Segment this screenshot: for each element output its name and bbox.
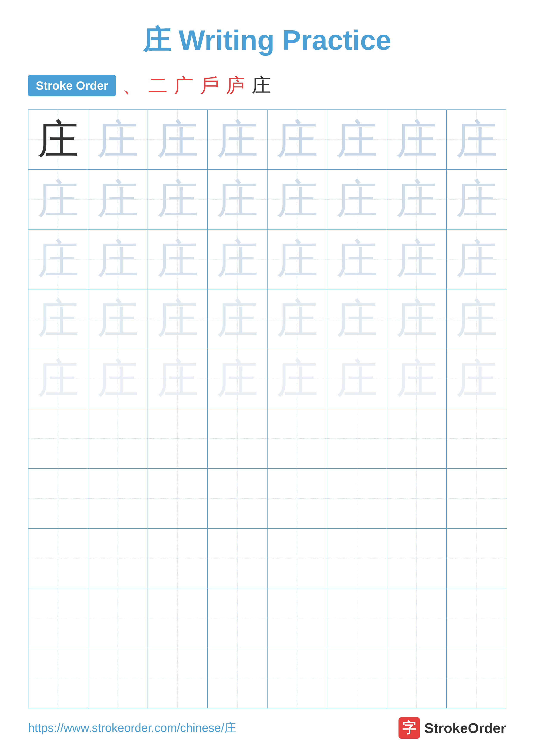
grid-cell-empty[interactable] bbox=[447, 588, 507, 648]
grid-cell: 庄 bbox=[327, 170, 387, 230]
grid-row: 庄 庄 庄 庄 庄 庄 庄 庄 bbox=[28, 289, 506, 349]
grid-cell-empty[interactable] bbox=[327, 409, 387, 469]
grid-cell-empty[interactable] bbox=[28, 409, 88, 469]
grid-cell-empty[interactable] bbox=[267, 409, 327, 469]
grid-cell: 庄 bbox=[267, 289, 327, 349]
grid-cell-empty[interactable] bbox=[447, 648, 507, 708]
character-light: 庄 bbox=[336, 358, 378, 400]
stroke-order-badge: Stroke Order bbox=[28, 75, 116, 96]
grid-cell-empty[interactable] bbox=[208, 528, 267, 588]
grid-cell-empty[interactable] bbox=[447, 528, 507, 588]
character-light: 庄 bbox=[276, 358, 318, 400]
character-light: 庄 bbox=[276, 238, 318, 280]
grid-cell-empty[interactable] bbox=[208, 648, 267, 708]
grid-cell-empty[interactable] bbox=[387, 648, 447, 708]
character-light: 庄 bbox=[396, 298, 438, 340]
grid-cell-empty[interactable] bbox=[148, 648, 208, 708]
grid-cell-empty[interactable] bbox=[447, 469, 507, 528]
grid-cell-empty[interactable] bbox=[88, 528, 148, 588]
grid-cell: 庄 bbox=[88, 230, 148, 289]
character-light: 庄 bbox=[157, 298, 199, 340]
grid-cell-empty[interactable] bbox=[327, 648, 387, 708]
grid-cell: 庄 bbox=[148, 349, 208, 409]
grid-cell-empty[interactable] bbox=[148, 528, 208, 588]
grid-cell: 庄 bbox=[267, 349, 327, 409]
grid-cell: 庄 bbox=[28, 349, 88, 409]
grid-cell-empty[interactable] bbox=[327, 528, 387, 588]
grid-cell-empty[interactable] bbox=[28, 528, 88, 588]
grid-cell: 庄 bbox=[447, 170, 507, 230]
grid-cell: 庄 bbox=[28, 289, 88, 349]
character-light: 庄 bbox=[456, 119, 497, 161]
stroke-order-section: Stroke Order 、 二 广 戶 庐 庄 bbox=[0, 72, 534, 99]
grid-cell-empty[interactable] bbox=[387, 469, 447, 528]
character-light: 庄 bbox=[336, 238, 378, 280]
grid-cell-empty[interactable] bbox=[148, 409, 208, 469]
grid-cell: 庄 bbox=[28, 230, 88, 289]
character-light: 庄 bbox=[456, 178, 497, 221]
grid-cell-empty[interactable] bbox=[387, 528, 447, 588]
grid-cell-empty[interactable] bbox=[148, 469, 208, 528]
character-dark: 庄 bbox=[37, 119, 79, 161]
grid-cell-empty[interactable] bbox=[88, 648, 148, 708]
grid-cell: 庄 bbox=[88, 110, 148, 170]
grid-cell-empty[interactable] bbox=[148, 588, 208, 648]
grid-cell: 庄 bbox=[267, 110, 327, 170]
grid-cell: 庄 bbox=[88, 170, 148, 230]
grid-cell-empty[interactable] bbox=[88, 588, 148, 648]
grid-cell-empty[interactable] bbox=[208, 409, 267, 469]
character-light: 庄 bbox=[396, 178, 438, 221]
grid-cell-empty[interactable] bbox=[447, 409, 507, 469]
character-light: 庄 bbox=[456, 238, 497, 280]
grid-cell-empty[interactable] bbox=[387, 409, 447, 469]
grid-cell-empty[interactable] bbox=[387, 588, 447, 648]
grid-cell: 庄 bbox=[447, 230, 507, 289]
grid-cell: 庄 bbox=[447, 349, 507, 409]
grid-cell: 庄 bbox=[88, 289, 148, 349]
character-light: 庄 bbox=[37, 238, 79, 280]
character-light: 庄 bbox=[456, 358, 497, 400]
grid-cell: 庄 bbox=[148, 230, 208, 289]
character-light: 庄 bbox=[157, 119, 199, 161]
grid-cell: 庄 bbox=[387, 289, 447, 349]
grid-cell-empty[interactable] bbox=[327, 469, 387, 528]
grid-cell-empty[interactable] bbox=[267, 588, 327, 648]
character-light: 庄 bbox=[157, 238, 199, 280]
grid-cell: 庄 bbox=[327, 349, 387, 409]
character-light: 庄 bbox=[216, 178, 258, 221]
grid-cell-empty[interactable] bbox=[208, 469, 267, 528]
grid-cell-empty[interactable] bbox=[267, 528, 327, 588]
grid-cell-empty[interactable] bbox=[327, 588, 387, 648]
grid-cell: 庄 bbox=[387, 110, 447, 170]
grid-cell-empty[interactable] bbox=[267, 648, 327, 708]
grid-cell: 庄 bbox=[148, 110, 208, 170]
character-light: 庄 bbox=[336, 298, 378, 340]
character-light: 庄 bbox=[336, 178, 378, 221]
stroke-4: 戶 bbox=[200, 72, 221, 99]
grid-cell: 庄 bbox=[148, 170, 208, 230]
grid-cell-empty[interactable] bbox=[28, 648, 88, 708]
footer-url[interactable]: https://www.strokeorder.com/chinese/庄 bbox=[28, 720, 236, 736]
character-light: 庄 bbox=[157, 178, 199, 221]
grid-row: 庄 庄 庄 庄 庄 庄 庄 庄 bbox=[28, 110, 506, 170]
grid-cell: 庄 bbox=[208, 349, 267, 409]
grid-cell: 庄 bbox=[208, 110, 267, 170]
character-light: 庄 bbox=[216, 119, 258, 161]
grid-cell-empty[interactable] bbox=[28, 469, 88, 528]
grid-cell-empty[interactable] bbox=[88, 409, 148, 469]
brand-icon: 字 bbox=[398, 717, 420, 739]
character-light: 庄 bbox=[216, 298, 258, 340]
grid-cell-empty[interactable] bbox=[28, 588, 88, 648]
character-light: 庄 bbox=[97, 238, 139, 280]
character-light: 庄 bbox=[456, 298, 497, 340]
grid-cell: 庄 bbox=[387, 230, 447, 289]
grid-cell: 庄 bbox=[208, 230, 267, 289]
character-light: 庄 bbox=[216, 358, 258, 400]
grid-row-empty bbox=[28, 409, 506, 469]
stroke-2: 二 bbox=[148, 72, 170, 99]
grid-cell: 庄 bbox=[208, 170, 267, 230]
character-light: 庄 bbox=[157, 358, 199, 400]
grid-cell-empty[interactable] bbox=[267, 469, 327, 528]
grid-cell-empty[interactable] bbox=[208, 588, 267, 648]
grid-cell-empty[interactable] bbox=[88, 469, 148, 528]
